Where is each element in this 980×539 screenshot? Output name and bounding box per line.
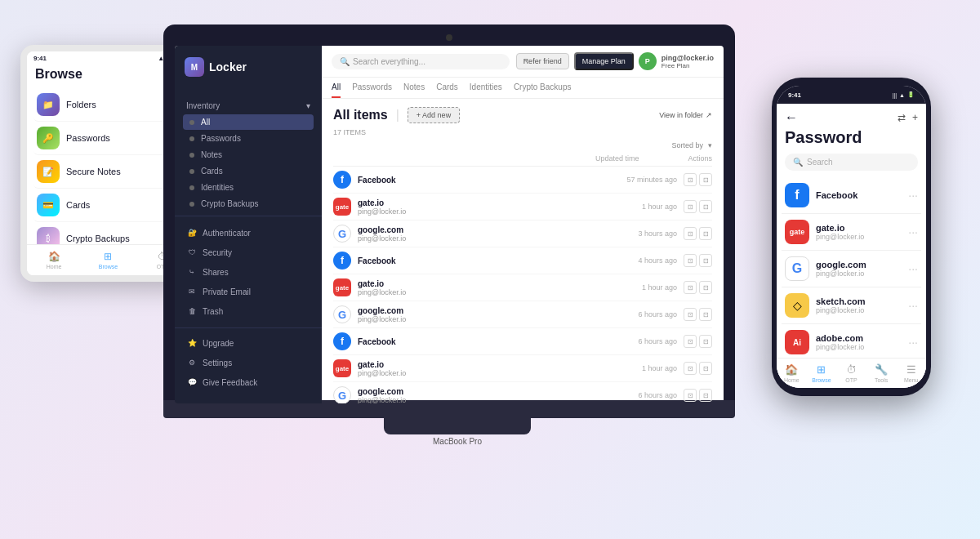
phone-list-item[interactable]: gate gate.io ping@locker.io ··· — [782, 214, 921, 251]
phone-item-more-button[interactable]: ··· — [908, 336, 918, 349]
list-item[interactable]: gate gate.io ping@locker.io 1 hour ago ⊡… — [333, 355, 712, 382]
tab-identities[interactable]: Identities — [470, 78, 502, 98]
sidebar-authenticator[interactable]: 🔐 Authenticator — [183, 223, 314, 243]
more-button[interactable]: ⊡ — [699, 227, 712, 240]
item-email: ping@locker.io — [358, 207, 642, 216]
sidebar-security[interactable]: 🛡 Security — [183, 243, 314, 262]
sidebar-upgrade[interactable]: ⭐ Upgrade — [183, 333, 314, 353]
item-actions: ⊡ ⊡ — [684, 173, 712, 186]
tablet-list-item[interactable]: 📁 Folders — [33, 88, 183, 122]
tablet-list-item[interactable]: 📝 Secure Notes — [33, 155, 183, 189]
tablet-nav-browse[interactable]: ⊞ Browse — [81, 248, 135, 272]
sidebar-inventory-header[interactable]: Inventory ▾ — [183, 98, 314, 114]
sidebar-cards-label: Cards — [201, 167, 223, 176]
phone-back-button[interactable]: ← — [785, 110, 798, 125]
phone-item-more-button[interactable]: ··· — [908, 299, 918, 312]
tab-passwords[interactable]: Passwords — [352, 78, 392, 98]
more-button[interactable]: ⊡ — [699, 254, 712, 267]
copy-button[interactable]: ⊡ — [684, 308, 697, 321]
phone-item-more-button[interactable]: ··· — [908, 189, 918, 202]
more-button[interactable]: ⊡ — [699, 389, 712, 402]
phone-title: Password — [777, 128, 926, 154]
item-email: ping@locker.io — [358, 369, 642, 377]
list-item[interactable]: G google.com ping@locker.io 6 hours ago … — [333, 382, 712, 403]
phone-list-item[interactable]: f Facebook ··· — [782, 177, 921, 214]
phone-nav-tools[interactable]: 🔧 Tools — [866, 362, 897, 385]
tablet-list-item[interactable]: ₿ Crypto Backups — [33, 222, 183, 244]
copy-button[interactable]: ⊡ — [684, 362, 697, 375]
phone-nav-menu[interactable]: ☰ Menu — [896, 362, 926, 385]
list-item[interactable]: gate gate.io ping@locker.io 1 hour ago ⊡… — [333, 274, 712, 301]
more-button[interactable]: ⊡ — [699, 200, 712, 213]
item-time: 6 hours ago — [638, 391, 677, 399]
sidebar-private-email[interactable]: ✉ Private Email — [183, 282, 314, 301]
more-button[interactable]: ⊡ — [699, 173, 712, 186]
sidebar-feedback[interactable]: 💬 Give Feedback — [183, 372, 314, 392]
copy-button[interactable]: ⊡ — [684, 254, 697, 267]
upgrade-icon: ⭐ — [186, 337, 198, 349]
settings-icon: ⚙ — [186, 357, 198, 368]
sidebar-subitem-all[interactable]: All — [183, 114, 314, 130]
copy-button[interactable]: ⊡ — [684, 173, 697, 186]
sidebar-subitem-notes[interactable]: Notes — [183, 147, 314, 163]
search-box[interactable]: 🔍 Search everything... — [332, 54, 510, 69]
add-new-button[interactable]: + Add new — [408, 107, 460, 123]
sidebar-settings[interactable]: ⚙ Settings — [183, 353, 314, 372]
list-item[interactable]: f Facebook 6 hours ago ⊡ ⊡ — [333, 328, 712, 355]
add-icon[interactable]: + — [912, 112, 918, 123]
list-item[interactable]: G google.com ping@locker.io 3 hours ago … — [333, 220, 712, 247]
more-button[interactable]: ⊡ — [699, 362, 712, 375]
manage-plan-button[interactable]: Manage Plan — [574, 52, 634, 70]
item-time: 1 hour ago — [642, 283, 677, 292]
tab-notes[interactable]: Notes — [403, 78, 425, 98]
item-info: gate.io ping@locker.io — [358, 360, 642, 377]
tab-cards[interactable]: Cards — [436, 78, 458, 98]
copy-button[interactable]: ⊡ — [684, 281, 697, 294]
tablet-item-icon: ₿ — [37, 227, 60, 244]
tablet-list-item[interactable]: 🔑 Passwords — [33, 122, 183, 155]
view-folder-link[interactable]: View in folder ↗ — [659, 111, 712, 119]
tab-crypto-backups[interactable]: Crypto Backups — [514, 78, 572, 98]
phone-search[interactable]: 🔍 Search — [785, 154, 918, 171]
phone-notch: 9:41 ||| ▲ 🔋 — [777, 86, 926, 104]
phone-nav-otp[interactable]: ⏱ OTP — [836, 362, 866, 385]
list-item[interactable]: G google.com ping@locker.io 6 hours ago … — [333, 301, 712, 328]
refer-friend-button[interactable]: Refer friend — [516, 53, 569, 69]
sidebar-shares[interactable]: ⤷ Shares — [183, 262, 314, 282]
sidebar-authenticator-label: Authenticator — [203, 229, 251, 238]
item-actions: ⊡ ⊡ — [684, 389, 712, 402]
phone-item-more-button[interactable]: ··· — [908, 262, 918, 275]
phone-nav-browse[interactable]: ⊞ Browse — [807, 362, 837, 385]
list-item[interactable]: gate gate.io ping@locker.io 1 hour ago ⊡… — [333, 194, 712, 220]
sidebar-feedback-label: Give Feedback — [203, 378, 257, 387]
item-email: ping@locker.io — [358, 396, 638, 404]
sidebar-notes-label: Notes — [201, 150, 222, 159]
phone-list-item[interactable]: Ai adobe.com ping@locker.io ··· — [782, 324, 921, 358]
copy-button[interactable]: ⊡ — [684, 335, 697, 348]
sidebar-subitem-passwords[interactable]: Passwords — [183, 131, 314, 146]
phone-nav-home[interactable]: 🏠 Home — [777, 362, 807, 385]
more-button[interactable]: ⊡ — [699, 281, 712, 294]
copy-button[interactable]: ⊡ — [684, 227, 697, 240]
content-title-row: All items | + Add new — [333, 107, 460, 123]
tab-all[interactable]: All — [332, 78, 341, 98]
phone-list-item[interactable]: ◇ sketch.com ping@locker.io ··· — [782, 287, 921, 324]
sidebar-trash[interactable]: 🗑 Trash — [183, 301, 314, 321]
phone-time: 9:41 — [788, 91, 801, 99]
list-item[interactable]: f Facebook 4 hours ago ⊡ ⊡ — [333, 247, 712, 274]
sidebar-subitem-crypto[interactable]: Crypto Backups — [183, 196, 314, 212]
more-button[interactable]: ⊡ — [699, 335, 712, 348]
tablet-nav-home[interactable]: 🏠 Home — [27, 248, 81, 272]
copy-button[interactable]: ⊡ — [684, 200, 697, 213]
laptop-camera — [446, 34, 452, 41]
tablet-list-item[interactable]: 💳 Cards — [33, 189, 183, 222]
list-item[interactable]: f Facebook 57 minutes ago ⊡ ⊡ — [333, 167, 712, 194]
phone-list-item[interactable]: G google.com ping@locker.io ··· — [782, 251, 921, 287]
phone-item-more-button[interactable]: ··· — [908, 225, 918, 238]
sidebar-subitem-identities[interactable]: Identities — [183, 180, 314, 195]
more-button[interactable]: ⊡ — [699, 308, 712, 321]
phone-item-name: gate.io — [816, 223, 908, 233]
sidebar-subitem-cards[interactable]: Cards — [183, 163, 314, 179]
filter-icon[interactable]: ⇄ — [898, 112, 906, 123]
copy-button[interactable]: ⊡ — [684, 389, 697, 402]
